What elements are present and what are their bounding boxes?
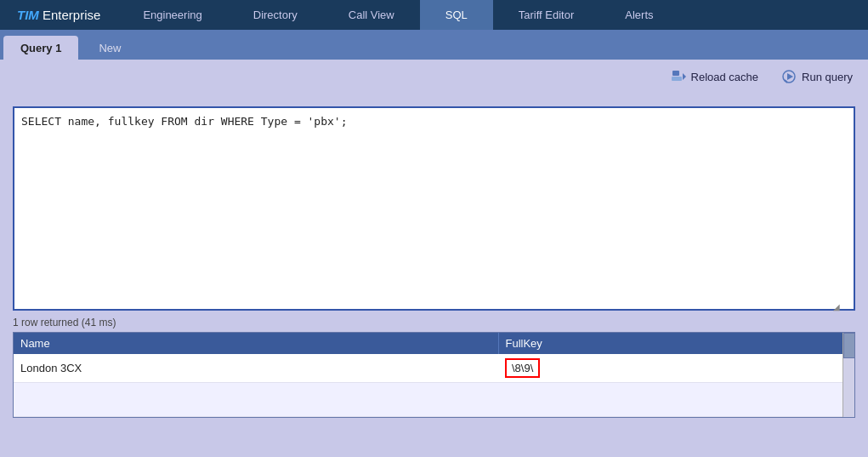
nav-item-engineering[interactable]: Engineering [117,0,227,30]
logo-tim: TIM [17,8,39,22]
svg-rect-1 [672,77,682,81]
logo-enterprise: Enterprise [39,8,101,22]
table-header-row: Name FullKey [14,333,854,354]
table-row: London 3CX \8\9\ [14,354,854,383]
tab-new[interactable]: New [82,36,138,60]
tab-new-label: New [99,42,121,54]
run-query-button[interactable]: Run query [774,65,859,89]
svg-line-5 [785,80,787,83]
scrollbar-track[interactable] [842,333,854,417]
status-text: 1 row returned (41 ms) [13,317,116,328]
run-query-label: Run query [802,71,853,83]
nav-item-sql[interactable]: SQL [420,0,493,30]
table-row-empty [14,383,854,417]
cell-fullkey: \8\9\ [498,354,854,383]
app-logo: TIM Enterprise [0,8,117,22]
status-bar: 1 row returned (41 ms) [13,313,855,332]
tab-bar: Query 1 New [0,30,868,60]
nav-item-alerts[interactable]: Alerts [599,0,678,30]
reload-cache-label: Reload cache [691,71,759,83]
scrollbar-thumb[interactable] [843,333,855,358]
svg-marker-4 [787,73,793,80]
reload-cache-button[interactable]: Reload cache [663,65,766,89]
empty-cell-1 [14,383,498,417]
empty-cell-2 [498,383,854,417]
nav-items: Engineering Directory Call View SQL Tari… [117,0,868,30]
svg-marker-2 [683,73,686,80]
resize-handle[interactable]: ◢ [833,303,842,311]
fullkey-highlighted: \8\9\ [505,358,540,378]
run-icon [780,68,797,85]
nav-item-directory[interactable]: Directory [228,0,323,30]
toolbar: Reload cache Run query [0,60,868,94]
svg-rect-0 [672,71,679,76]
sql-editor[interactable]: SELECT name, fullkey FROM dir WHERE Type… [13,106,855,311]
results-table: Name FullKey London 3CX \8\9\ [14,333,854,417]
col-header-name: Name [14,333,498,354]
col-header-fullkey: FullKey [498,333,854,354]
nav-item-tariff-editor[interactable]: Tariff Editor [493,0,600,30]
top-navigation: TIM Enterprise Engineering Directory Cal… [0,0,868,30]
cell-name: London 3CX [14,354,498,383]
nav-item-call-view[interactable]: Call View [323,0,420,30]
main-content: SELECT name, fullkey FROM dir WHERE Type… [0,94,868,418]
results-container: Name FullKey London 3CX \8\9\ [13,332,855,418]
reload-icon [670,68,687,85]
tab-query1[interactable]: Query 1 [3,36,78,60]
tab-query1-label: Query 1 [20,42,61,54]
